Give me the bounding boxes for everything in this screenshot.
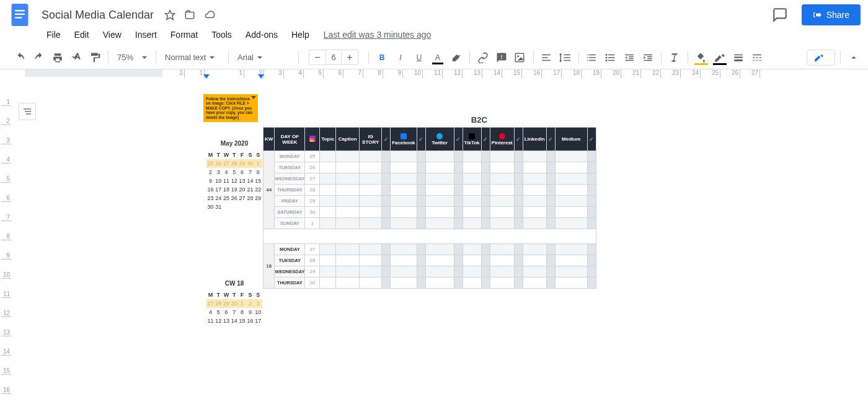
plan-cell[interactable] bbox=[587, 255, 596, 266]
document-title[interactable]: Social Media Calendar bbox=[37, 7, 158, 24]
last-edit-link[interactable]: Last edit was 3 minutes ago bbox=[324, 30, 432, 40]
indent-increase-button[interactable] bbox=[640, 50, 656, 66]
plan-cell[interactable] bbox=[360, 218, 382, 229]
plan-cell[interactable] bbox=[454, 185, 463, 196]
plan-cell[interactable] bbox=[391, 218, 417, 229]
plan-cell[interactable] bbox=[382, 266, 391, 277]
plan-cell[interactable] bbox=[514, 162, 523, 173]
plan-cell[interactable] bbox=[454, 207, 463, 218]
plan-cell[interactable] bbox=[587, 151, 596, 162]
plan-cell[interactable] bbox=[555, 207, 587, 218]
plan-cell[interactable] bbox=[523, 173, 546, 185]
plan-cell[interactable] bbox=[587, 218, 596, 229]
plan-cell[interactable] bbox=[382, 196, 391, 207]
bold-button[interactable]: B bbox=[374, 50, 390, 66]
plan-cell[interactable] bbox=[555, 218, 587, 229]
plan-cell[interactable] bbox=[360, 266, 382, 277]
plan-cell[interactable] bbox=[514, 244, 523, 255]
plan-cell[interactable] bbox=[514, 173, 523, 185]
plan-cell[interactable] bbox=[546, 255, 555, 266]
plan-cell[interactable] bbox=[382, 244, 391, 255]
plan-cell[interactable] bbox=[514, 277, 523, 289]
plan-cell[interactable] bbox=[425, 207, 454, 218]
plan-cell[interactable] bbox=[546, 151, 555, 162]
plan-cell[interactable] bbox=[546, 173, 555, 185]
plan-cell[interactable] bbox=[417, 151, 425, 162]
plan-cell[interactable] bbox=[481, 277, 490, 289]
plan-cell[interactable] bbox=[336, 173, 360, 185]
plan-cell[interactable] bbox=[463, 196, 481, 207]
plan-cell[interactable] bbox=[481, 207, 490, 218]
insert-link-button[interactable] bbox=[475, 50, 491, 66]
plan-cell[interactable] bbox=[382, 207, 391, 218]
plan-cell[interactable] bbox=[587, 173, 596, 185]
menu-help[interactable]: Help bbox=[286, 27, 315, 42]
plan-cell[interactable] bbox=[555, 151, 587, 162]
font-family-dropdown[interactable]: Arial bbox=[234, 50, 293, 66]
star-icon[interactable] bbox=[164, 9, 175, 20]
plan-cell[interactable] bbox=[454, 266, 463, 277]
redo-button[interactable] bbox=[31, 50, 47, 66]
plan-cell[interactable] bbox=[587, 196, 596, 207]
plan-cell[interactable] bbox=[360, 244, 382, 255]
plan-cell[interactable] bbox=[391, 173, 417, 185]
plan-cell[interactable] bbox=[463, 277, 481, 289]
plan-cell[interactable] bbox=[490, 207, 514, 218]
menu-addons[interactable]: Add-ons bbox=[240, 27, 283, 42]
border-color-button[interactable] bbox=[712, 50, 728, 66]
plan-cell[interactable] bbox=[490, 244, 514, 255]
move-icon[interactable] bbox=[184, 9, 195, 20]
plan-cell[interactable] bbox=[546, 185, 555, 196]
plan-cell[interactable] bbox=[336, 151, 360, 162]
plan-cell[interactable] bbox=[587, 162, 596, 173]
plan-cell[interactable] bbox=[360, 207, 382, 218]
plan-cell[interactable] bbox=[391, 162, 417, 173]
plan-cell[interactable] bbox=[320, 162, 336, 173]
numbered-list-button[interactable] bbox=[584, 50, 600, 66]
vertical-ruler[interactable]: 123456789101112131415161718 bbox=[1, 79, 11, 402]
plan-cell[interactable] bbox=[463, 218, 481, 229]
plan-cell[interactable] bbox=[463, 151, 481, 162]
plan-cell[interactable] bbox=[454, 244, 463, 255]
plan-cell[interactable] bbox=[546, 207, 555, 218]
plan-cell[interactable] bbox=[454, 196, 463, 207]
plan-cell[interactable] bbox=[336, 255, 360, 266]
plan-cell[interactable] bbox=[481, 185, 490, 196]
plan-cell[interactable] bbox=[382, 277, 391, 289]
plan-cell[interactable] bbox=[391, 244, 417, 255]
plan-cell[interactable] bbox=[514, 196, 523, 207]
plan-cell[interactable] bbox=[417, 277, 425, 289]
plan-cell[interactable] bbox=[336, 185, 360, 196]
plan-cell[interactable] bbox=[417, 196, 425, 207]
plan-cell[interactable] bbox=[514, 207, 523, 218]
menu-file[interactable]: File bbox=[41, 27, 66, 42]
plan-cell[interactable] bbox=[320, 196, 336, 207]
chevron-down-icon[interactable] bbox=[251, 96, 256, 99]
plan-cell[interactable] bbox=[382, 255, 391, 266]
plan-cell[interactable] bbox=[417, 185, 425, 196]
plan-cell[interactable] bbox=[523, 266, 546, 277]
plan-cell[interactable] bbox=[555, 185, 587, 196]
font-size-decrease[interactable]: − bbox=[309, 52, 326, 63]
plan-cell[interactable] bbox=[425, 266, 454, 277]
plan-cell[interactable] bbox=[382, 218, 391, 229]
italic-button[interactable]: I bbox=[392, 50, 409, 66]
plan-cell[interactable] bbox=[463, 266, 481, 277]
plan-cell[interactable] bbox=[320, 277, 336, 289]
plan-cell[interactable] bbox=[360, 162, 382, 173]
plan-cell[interactable] bbox=[514, 185, 523, 196]
spellcheck-button[interactable] bbox=[68, 50, 84, 66]
plan-cell[interactable] bbox=[320, 151, 336, 162]
plan-cell[interactable] bbox=[546, 218, 555, 229]
plan-cell[interactable] bbox=[425, 277, 454, 289]
plan-cell[interactable] bbox=[391, 207, 417, 218]
plan-cell[interactable] bbox=[555, 255, 587, 266]
plan-cell[interactable] bbox=[555, 277, 587, 289]
plan-cell[interactable] bbox=[546, 266, 555, 277]
plan-cell[interactable] bbox=[391, 196, 417, 207]
plan-cell[interactable] bbox=[360, 173, 382, 185]
horizontal-ruler[interactable]: 2112345678910111213141516171819202122232… bbox=[25, 69, 868, 79]
plan-cell[interactable] bbox=[490, 277, 514, 289]
plan-cell[interactable] bbox=[425, 255, 454, 266]
page-canvas[interactable]: Follow the instructions on image: Click … bbox=[160, 79, 718, 402]
